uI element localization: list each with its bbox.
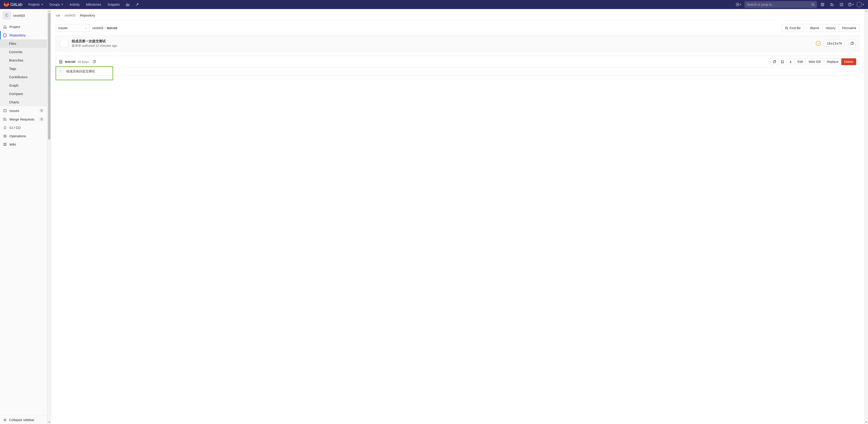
- collapse-label: Collapse sidebar: [9, 418, 34, 422]
- sidebar-item-merge-requests[interactable]: Merge Requests 0: [0, 115, 47, 124]
- commit-author-avatar[interactable]: [60, 39, 69, 48]
- copy-contents-button[interactable]: [770, 58, 778, 65]
- file-content: 1 组成员项目提交测试: [56, 68, 859, 75]
- help-dropdown[interactable]: ▼: [847, 0, 855, 9]
- sidebar-sub-commits[interactable]: Commits: [0, 48, 47, 56]
- line-number[interactable]: 1: [56, 68, 64, 75]
- sidebar-sub-files[interactable]: Files: [0, 39, 47, 48]
- commit-title[interactable]: 组成员第一次提交测试: [72, 39, 117, 43]
- nav-snippets[interactable]: Snippets: [105, 0, 122, 9]
- search-icon: [785, 27, 788, 30]
- svg-point-1: [812, 3, 814, 5]
- edit-button[interactable]: Edit: [795, 58, 806, 65]
- nav-projects[interactable]: Projects▼: [26, 0, 45, 9]
- branch-name: master: [58, 26, 68, 30]
- branch-selector[interactable]: master ⌄: [56, 24, 90, 32]
- scroll-down-icon: ▼: [864, 420, 868, 424]
- operations-icon: [3, 134, 7, 138]
- code-line: 组成员项目提交测试: [64, 68, 859, 75]
- svg-point-10: [4, 118, 4, 119]
- file-header: test.txt 28 Bytes Edit Web IDE Replace D…: [56, 56, 859, 68]
- sidebar-label: Repository: [9, 33, 26, 37]
- admin-wrench-icon[interactable]: [133, 0, 141, 9]
- nav-groups[interactable]: Groups▼: [47, 0, 66, 9]
- sidebar-sub-graph[interactable]: Graph: [0, 81, 47, 90]
- sidebar-sub-compare[interactable]: Compare: [0, 90, 47, 98]
- copy-sha-button[interactable]: [848, 40, 856, 47]
- sidebar-sub-contributors[interactable]: Contributors: [0, 73, 47, 81]
- file-name: test.txt: [65, 60, 75, 64]
- nav-activity[interactable]: Activity: [67, 0, 82, 9]
- todos-icon[interactable]: [838, 0, 845, 9]
- sidebar-item-wiki[interactable]: Wiki: [0, 140, 47, 149]
- sidebar-item-project[interactable]: Project: [0, 23, 47, 31]
- scroll-up-icon: ▲: [864, 9, 868, 13]
- permalink-button[interactable]: Permalink: [839, 24, 860, 32]
- replace-button[interactable]: Replace: [824, 58, 841, 65]
- svg-point-6: [833, 5, 833, 6]
- copy-icon: [773, 60, 776, 63]
- blame-button[interactable]: Blame: [807, 24, 823, 32]
- chevron-down-icon: ▼: [852, 3, 854, 6]
- collapse-sidebar[interactable]: Collapse sidebar: [0, 415, 47, 424]
- breadcrumb-group[interactable]: uat: [56, 13, 60, 17]
- commit-author[interactable]: 喜羊羊: [72, 44, 81, 47]
- file-size: 28 Bytes: [78, 60, 89, 64]
- file-path: ceshi03 / test.txt: [92, 26, 117, 30]
- gitlab-logo[interactable]: GitLab: [4, 2, 22, 7]
- sidebar-item-issues[interactable]: Issues 0: [0, 106, 47, 115]
- sidebar-project-header[interactable]: C ceshi03: [0, 9, 47, 22]
- sidebar-item-operations[interactable]: Operations: [0, 132, 47, 140]
- chevron-down-icon: ▼: [740, 3, 742, 6]
- delete-button[interactable]: Delete: [841, 58, 856, 65]
- breadcrumb-project[interactable]: ceshi03: [64, 13, 75, 17]
- pipeline-status-pending-icon[interactable]: ıı: [816, 41, 821, 46]
- chevron-down-icon: ▼: [61, 3, 63, 6]
- doc-code-icon: [781, 60, 784, 63]
- raw-button[interactable]: [778, 58, 786, 65]
- sidebar-label: Wiki: [9, 142, 16, 146]
- project-avatar: C: [3, 11, 11, 20]
- user-menu[interactable]: ▼: [857, 0, 864, 9]
- chevron-down-icon: ⌄: [85, 27, 87, 30]
- analytics-icon[interactable]: [124, 0, 131, 9]
- find-file-button[interactable]: Find file: [781, 24, 804, 32]
- issues-shortcut-icon[interactable]: [819, 0, 826, 9]
- file-history-group: Blame History Permalink: [807, 24, 860, 32]
- webide-button[interactable]: Web IDE: [806, 58, 824, 65]
- svg-point-5: [831, 5, 832, 6]
- search-input[interactable]: [747, 3, 811, 6]
- mrs-count-badge: 0: [39, 117, 44, 121]
- copy-path-button[interactable]: [91, 59, 97, 64]
- chevron-right-icon: ›: [77, 14, 78, 17]
- download-button[interactable]: [786, 58, 795, 65]
- merge-requests-shortcut-icon[interactable]: [828, 0, 836, 9]
- commit-sha[interactable]: 16a13af6: [824, 40, 845, 47]
- new-dropdown[interactable]: ▼: [735, 0, 743, 9]
- nav-milestones[interactable]: Milestones: [84, 0, 103, 9]
- scrollbar-thumb[interactable]: [48, 13, 51, 139]
- sidebar-scrollbar[interactable]: ▲ ▼: [47, 9, 51, 424]
- home-icon: [3, 25, 7, 29]
- sidebar-label: Project: [9, 25, 20, 29]
- path-project[interactable]: ceshi03: [92, 26, 103, 30]
- sidebar-label: Merge Requests: [9, 117, 34, 121]
- sidebar-sub-branches[interactable]: Branches: [0, 56, 47, 64]
- svg-point-11: [4, 120, 4, 121]
- user-avatar: [857, 2, 862, 7]
- brand-label: GitLab: [10, 2, 22, 7]
- file-toolbar: master ⌄ ceshi03 / test.txt Find file Bl…: [56, 21, 860, 35]
- svg-point-4: [831, 3, 832, 4]
- issues-icon: [3, 109, 7, 112]
- main-scrollbar[interactable]: ▲ ▼: [864, 9, 868, 424]
- sidebar-sub-tags[interactable]: Tags: [0, 64, 47, 73]
- sidebar-sub-charts[interactable]: Charts: [0, 98, 47, 106]
- sidebar-item-cicd[interactable]: CI / CD: [0, 124, 47, 132]
- scroll-down-icon: ▼: [48, 420, 51, 424]
- sidebar-item-repository[interactable]: Repository: [0, 31, 47, 39]
- history-button[interactable]: History: [822, 24, 839, 32]
- doc-icon: [3, 33, 7, 37]
- top-nav: GitLab Projects▼ Groups▼ Activity Milest…: [0, 0, 868, 9]
- global-search[interactable]: [744, 1, 817, 8]
- svg-rect-18: [773, 61, 775, 63]
